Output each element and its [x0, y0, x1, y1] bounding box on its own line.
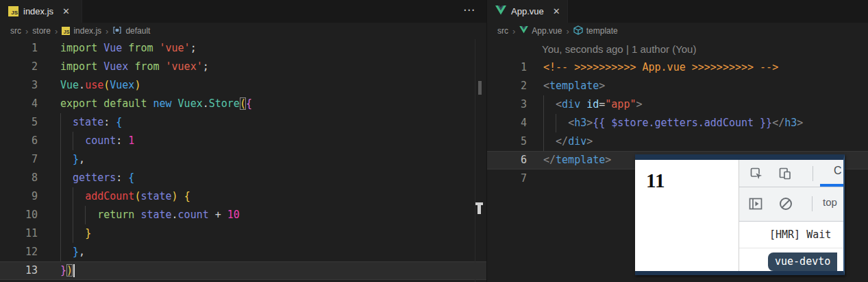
line-number: 2	[487, 77, 527, 95]
line-number: 3	[0, 76, 38, 95]
breadcrumb: src › App.vue › template	[487, 23, 868, 39]
line-number: 6	[487, 151, 527, 169]
symbol-default-icon	[112, 25, 122, 37]
code-line[interactable]: 8 getters: {	[0, 169, 486, 187]
close-tab-icon[interactable]: ✕	[553, 6, 560, 16]
code-line[interactable]: 9 addCount(state) {	[0, 187, 486, 206]
tab-index-js[interactable]: JS index.js ✕	[0, 0, 82, 23]
breadcrumb-item-file[interactable]: index.js	[73, 26, 101, 36]
divider	[812, 196, 813, 211]
line-number: 11	[0, 224, 38, 243]
code-editor-index-js[interactable]: 1import Vue from 'vue';2import Vuex from…	[0, 39, 486, 280]
chevron-right-icon: ›	[25, 26, 28, 36]
vue-file-icon	[519, 26, 528, 36]
line-number: 7	[0, 150, 38, 169]
breadcrumb: src › store › JS index.js › default	[0, 23, 486, 39]
breadcrumb-item-symbol[interactable]: template	[586, 26, 618, 36]
line-number: 8	[0, 169, 38, 187]
browser-preview-window: 11 C top	[635, 154, 845, 275]
line-number: 13	[0, 261, 38, 280]
breadcrumb-item-file[interactable]: App.vue	[532, 26, 562, 36]
code-line[interactable]: 7 },	[0, 150, 486, 169]
code-line[interactable]: 2<template>	[487, 77, 868, 95]
symbol-template-icon	[573, 25, 583, 37]
text-cursor	[73, 264, 75, 277]
vue-file-icon	[495, 5, 506, 18]
code-line[interactable]: 13})	[0, 261, 486, 280]
chevron-right-icon: ›	[106, 26, 108, 36]
code-line[interactable]: 10 return state.count + 10	[0, 206, 486, 224]
chevron-right-icon: ›	[55, 26, 58, 36]
browser-page: 11	[635, 160, 739, 271]
devtools-panel: C top [HMR] Wait vue-devto	[739, 160, 843, 271]
line-number: 6	[0, 132, 38, 150]
line-number: 4	[0, 95, 38, 113]
divider	[813, 166, 813, 181]
close-tab-icon[interactable]: ✕	[62, 6, 70, 16]
line-number: 4	[487, 114, 527, 132]
chevron-right-icon: ›	[566, 26, 569, 36]
line-number: 1	[487, 58, 527, 77]
code-line[interactable]: 5 state: {	[0, 113, 486, 132]
devtools-console-toolbar: top	[739, 187, 843, 222]
breadcrumb-item-src[interactable]: src	[497, 26, 508, 36]
tab-console-partial[interactable]: C	[834, 165, 842, 177]
line-number: 1	[0, 39, 38, 58]
breadcrumb-item-src[interactable]: src	[10, 26, 21, 36]
code-line[interactable]: 1import Vue from 'vue';	[0, 39, 486, 58]
vue-devtools-badge[interactable]: vue-devto	[768, 252, 837, 271]
blame-annotation[interactable]: You, seconds ago | 1 author (You)	[542, 40, 696, 58]
code-line[interactable]: 2import Vuex from 'vuex';	[0, 58, 486, 76]
vscode-window: JS index.js ✕ ⋯ src › store › JS index.j…	[0, 0, 868, 282]
code-line[interactable]: 6 count: 1	[0, 132, 486, 150]
inspect-element-icon[interactable]	[749, 166, 764, 184]
javascript-context-selector[interactable]: top	[823, 196, 837, 208]
breadcrumb-item-store[interactable]: store	[32, 26, 51, 36]
tab-bar-left: JS index.js ✕ ⋯	[0, 0, 486, 23]
code-line[interactable]: 3 <div id="app">	[487, 95, 868, 114]
console-message: [HMR] Wait	[739, 222, 843, 248]
clear-console-icon[interactable]	[778, 196, 794, 215]
devtools-tab-bar: C	[739, 160, 843, 187]
tab-app-vue[interactable]: App.vue ✕	[487, 0, 568, 23]
code-line[interactable]: 4 <h3>{{ $store.getters.addCount }}</h3>	[487, 114, 868, 132]
line-number: 5	[0, 113, 38, 132]
code-line[interactable]: 11 }	[0, 224, 486, 243]
line-number: 7	[487, 169, 527, 188]
line-number: 3	[487, 95, 527, 114]
line-number: 9	[0, 187, 38, 206]
line-number: 5	[487, 132, 527, 151]
breadcrumb-item-symbol[interactable]: default	[125, 26, 150, 36]
chevron-right-icon: ›	[512, 26, 515, 36]
code-line[interactable]: 3Vue.use(Vuex)	[0, 76, 486, 95]
overview-ruler-mark	[478, 205, 481, 214]
tab-label: index.js	[23, 6, 53, 16]
code-line[interactable]: 12 },	[0, 243, 486, 261]
javascript-file-icon: JS	[8, 6, 18, 16]
javascript-file-icon: JS	[62, 27, 70, 35]
line-number: 10	[0, 206, 38, 224]
console-message-row: vue-devto	[739, 248, 843, 271]
editor-group-left: JS index.js ✕ ⋯ src › store › JS index.j…	[0, 0, 486, 282]
tab-label: App.vue	[511, 6, 544, 16]
scrollbar-thumb[interactable]	[478, 81, 482, 95]
code-line[interactable]: 5 </div>	[487, 132, 868, 151]
active-tab-indicator	[820, 184, 843, 187]
more-actions-icon[interactable]: ⋯	[463, 3, 475, 17]
code-line[interactable]: 4export default new Vuex.Store({	[0, 95, 486, 113]
device-toolbar-icon[interactable]	[778, 166, 793, 184]
scrollbar-track	[475, 39, 475, 282]
line-number: 2	[0, 58, 38, 76]
code-line[interactable]: 1<!-- >>>>>>>>>> App.vue >>>>>>>>>> -->	[487, 58, 868, 77]
line-number: 12	[0, 243, 38, 261]
rendered-count-value: 11	[646, 169, 665, 192]
console-sidebar-icon[interactable]	[747, 196, 764, 215]
tab-bar-right: App.vue ✕	[487, 0, 868, 23]
